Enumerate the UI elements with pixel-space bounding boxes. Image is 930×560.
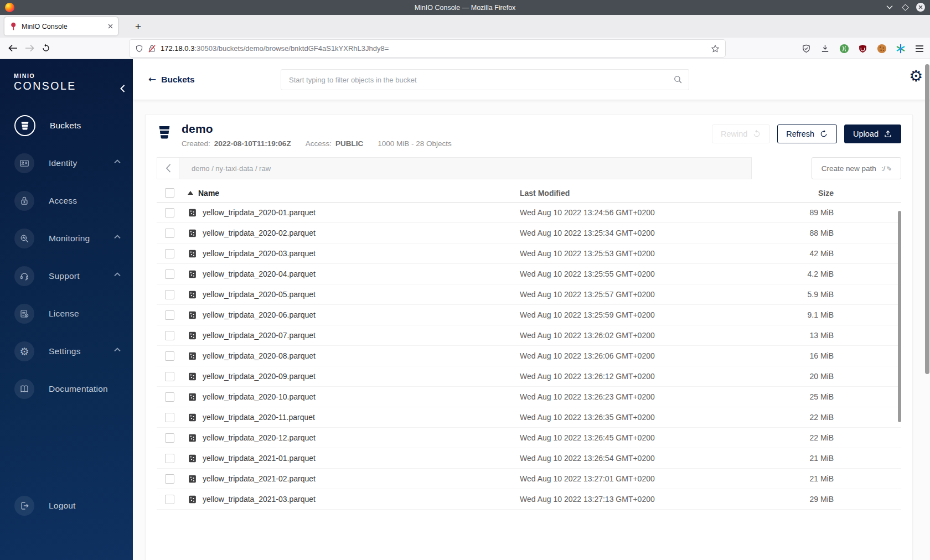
window-controls bbox=[884, 1, 927, 13]
sidebar-item-label: Monitoring bbox=[49, 234, 90, 243]
sidebar-item-label: Identity bbox=[49, 158, 78, 168]
ublock-shield-icon[interactable] bbox=[857, 43, 868, 54]
sidebar-item-logout[interactable]: Logout bbox=[14, 495, 76, 517]
search-icon bbox=[673, 75, 683, 84]
sidebar-item-access[interactable]: Access bbox=[14, 190, 133, 212]
row-checkbox[interactable] bbox=[165, 290, 174, 299]
sidebar-item-identity[interactable]: Identity bbox=[14, 152, 133, 174]
browser-toolbar: 172.18.0.3:30503/buckets/demo/browse/bnk… bbox=[0, 38, 930, 59]
browser-tab-minio-console[interactable]: MinIO Console bbox=[4, 17, 118, 35]
table-row[interactable]: yellow_tripdata_2020-05.parquet Wed Aug … bbox=[157, 284, 901, 305]
table-row[interactable]: yellow_tripdata_2020-10.parquet Wed Aug … bbox=[157, 387, 901, 407]
row-checkbox[interactable] bbox=[165, 372, 174, 381]
upload-button[interactable]: Upload bbox=[844, 125, 901, 143]
window-minimize-button[interactable] bbox=[884, 1, 896, 13]
extension-icon-green[interactable] bbox=[839, 43, 849, 54]
column-header-name[interactable]: Name bbox=[198, 189, 219, 198]
column-header-size[interactable]: Size bbox=[758, 189, 901, 198]
row-checkbox[interactable] bbox=[165, 269, 174, 279]
downloads-icon[interactable] bbox=[820, 43, 830, 54]
table-row[interactable]: yellow_tripdata_2020-06.parquet Wed Aug … bbox=[157, 305, 901, 325]
back-to-buckets-link[interactable]: ← Buckets bbox=[148, 75, 195, 85]
back-button[interactable] bbox=[4, 40, 21, 56]
table-row[interactable]: yellow_tripdata_2020-07.parquet Wed Aug … bbox=[157, 325, 901, 346]
sidebar-item-monitoring[interactable]: Monitoring bbox=[14, 227, 133, 250]
access-label: Access: bbox=[306, 139, 332, 148]
new-tab-button[interactable]: + bbox=[131, 19, 146, 34]
row-checkbox[interactable] bbox=[165, 310, 174, 320]
object-size: 29 MiB bbox=[758, 495, 901, 504]
refresh-icon bbox=[819, 129, 828, 138]
row-checkbox[interactable] bbox=[165, 351, 174, 361]
bucket-usage: 1000 MiB - 28 Objects bbox=[378, 139, 452, 148]
tab-close-button[interactable] bbox=[108, 24, 113, 29]
sidebar-item-support[interactable]: Support bbox=[14, 265, 133, 287]
table-row[interactable]: yellow_tripdata_2020-04.parquet Wed Aug … bbox=[157, 264, 901, 284]
forward-button[interactable] bbox=[21, 40, 38, 56]
row-checkbox[interactable] bbox=[165, 208, 174, 217]
refresh-button[interactable]: Refresh bbox=[777, 125, 837, 143]
select-all-checkbox[interactable] bbox=[165, 188, 174, 198]
sidebar-item-buckets[interactable]: Buckets bbox=[14, 115, 133, 137]
reload-button[interactable] bbox=[38, 40, 54, 56]
chevron-up-icon[interactable] bbox=[114, 348, 121, 352]
current-path-breadcrumb[interactable]: demo / ny-taxi-data / raw bbox=[179, 158, 271, 179]
object-last-modified: Wed Aug 10 2022 13:26:54 GMT+0200 bbox=[520, 454, 758, 463]
console-settings-gear-button[interactable]: ⚙ bbox=[909, 69, 923, 84]
page-scrollbar-thumb[interactable] bbox=[925, 64, 929, 374]
parquet-file-icon bbox=[188, 413, 197, 422]
row-checkbox[interactable] bbox=[165, 474, 174, 484]
table-row[interactable]: yellow_tripdata_2020-08.parquet Wed Aug … bbox=[157, 346, 901, 366]
hamburger-menu-icon[interactable] bbox=[914, 43, 924, 54]
object-last-modified: Wed Aug 10 2022 13:24:56 GMT+0200 bbox=[520, 208, 758, 217]
column-header-last-modified[interactable]: Last Modified bbox=[520, 189, 758, 198]
insecure-lock-icon[interactable] bbox=[148, 44, 156, 53]
create-new-path-button[interactable]: Create new path :/✎ bbox=[812, 157, 901, 179]
parquet-file-icon bbox=[188, 392, 197, 402]
row-checkbox[interactable] bbox=[165, 413, 174, 422]
window-close-button[interactable] bbox=[914, 1, 927, 13]
tracking-protection-shield-icon[interactable] bbox=[801, 43, 812, 54]
back-arrow-icon: ← bbox=[148, 75, 156, 84]
object-last-modified: Wed Aug 10 2022 13:27:13 GMT+0200 bbox=[520, 495, 758, 504]
sidebar-item-license[interactable]: License bbox=[14, 303, 133, 325]
extension-icon-colorful-asterisk[interactable] bbox=[895, 43, 906, 54]
sidebar-item-label: License bbox=[49, 309, 79, 319]
table-row[interactable]: yellow_tripdata_2020-12.parquet Wed Aug … bbox=[157, 428, 901, 448]
documentation-icon bbox=[14, 379, 34, 399]
chevron-up-icon[interactable] bbox=[114, 159, 121, 164]
cookie-icon[interactable] bbox=[876, 43, 887, 54]
table-row[interactable]: yellow_tripdata_2021-03.parquet Wed Aug … bbox=[157, 489, 901, 510]
row-checkbox[interactable] bbox=[165, 392, 174, 402]
chevron-up-icon[interactable] bbox=[114, 272, 121, 277]
table-row[interactable]: yellow_tripdata_2021-02.parquet Wed Aug … bbox=[157, 469, 901, 489]
table-row[interactable]: yellow_tripdata_2020-11.parquet Wed Aug … bbox=[157, 407, 901, 428]
chevron-up-icon[interactable] bbox=[114, 235, 121, 239]
row-checkbox[interactable] bbox=[165, 433, 174, 443]
row-checkbox[interactable] bbox=[165, 495, 174, 504]
row-checkbox[interactable] bbox=[165, 454, 174, 463]
window-maximize-button[interactable] bbox=[899, 1, 911, 13]
table-row[interactable]: yellow_tripdata_2020-02.parquet Wed Aug … bbox=[157, 223, 901, 243]
table-row[interactable]: yellow_tripdata_2020-09.parquet Wed Aug … bbox=[157, 366, 901, 387]
table-scrollbar-thumb[interactable] bbox=[898, 211, 901, 422]
search-input[interactable] bbox=[281, 69, 689, 90]
object-size: 21 MiB bbox=[758, 474, 901, 483]
sidebar-item-settings[interactable]: ⚙ Settings bbox=[14, 340, 133, 362]
table-row[interactable]: yellow_tripdata_2021-01.parquet Wed Aug … bbox=[157, 448, 901, 469]
url-bar[interactable]: 172.18.0.3:30503/buckets/demo/browse/bnk… bbox=[130, 40, 725, 57]
sidebar-collapse-button[interactable] bbox=[120, 85, 125, 92]
sidebar-item-documentation[interactable]: Documentation bbox=[14, 378, 133, 400]
row-checkbox[interactable] bbox=[165, 249, 174, 258]
path-back-button[interactable] bbox=[157, 158, 179, 179]
url-text[interactable]: 172.18.0.3:30503/buckets/demo/browse/bnk… bbox=[161, 44, 706, 53]
site-info-shield-icon[interactable] bbox=[135, 44, 143, 53]
table-row[interactable]: yellow_tripdata_2020-03.parquet Wed Aug … bbox=[157, 243, 901, 264]
row-checkbox[interactable] bbox=[165, 331, 174, 340]
sort-ascending-icon[interactable] bbox=[188, 191, 193, 195]
object-name: yellow_tripdata_2020-05.parquet bbox=[203, 290, 316, 299]
row-checkbox[interactable] bbox=[165, 229, 174, 238]
table-row[interactable]: yellow_tripdata_2020-01.parquet Wed Aug … bbox=[157, 203, 901, 223]
bookmark-star-icon[interactable] bbox=[711, 44, 720, 53]
parquet-file-icon bbox=[188, 351, 197, 361]
